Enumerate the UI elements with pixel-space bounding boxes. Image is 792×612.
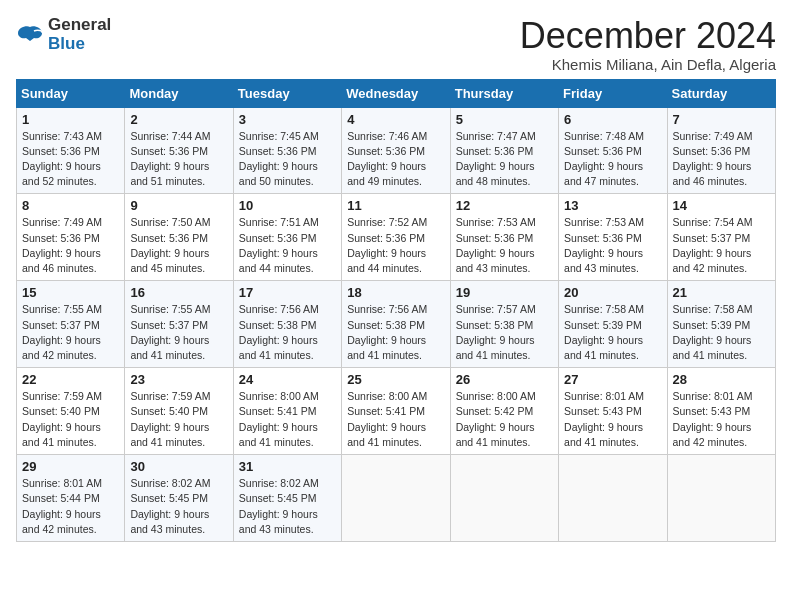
cell-text: Sunrise: 7:59 AMSunset: 5:40 PMDaylight:… xyxy=(22,390,102,448)
calendar-cell: 2 Sunrise: 7:44 AMSunset: 5:36 PMDayligh… xyxy=(125,107,233,194)
calendar-cell: 8 Sunrise: 7:49 AMSunset: 5:36 PMDayligh… xyxy=(17,194,125,281)
calendar-cell: 27 Sunrise: 8:01 AMSunset: 5:43 PMDaylig… xyxy=(559,368,667,455)
calendar-week-row: 1 Sunrise: 7:43 AMSunset: 5:36 PMDayligh… xyxy=(17,107,776,194)
calendar-cell: 15 Sunrise: 7:55 AMSunset: 5:37 PMDaylig… xyxy=(17,281,125,368)
day-number: 9 xyxy=(130,198,227,213)
day-number: 30 xyxy=(130,459,227,474)
calendar-cell: 16 Sunrise: 7:55 AMSunset: 5:37 PMDaylig… xyxy=(125,281,233,368)
logo: General Blue xyxy=(16,16,111,53)
day-number: 15 xyxy=(22,285,119,300)
cell-text: Sunrise: 7:46 AMSunset: 5:36 PMDaylight:… xyxy=(347,130,427,188)
calendar-cell: 9 Sunrise: 7:50 AMSunset: 5:36 PMDayligh… xyxy=(125,194,233,281)
weekday-header-thursday: Thursday xyxy=(450,79,558,107)
cell-text: Sunrise: 7:53 AMSunset: 5:36 PMDaylight:… xyxy=(564,216,644,274)
logo-text: General Blue xyxy=(48,16,111,53)
day-number: 10 xyxy=(239,198,336,213)
logo-bird-icon xyxy=(16,23,44,47)
calendar-cell xyxy=(667,455,775,542)
calendar-cell: 21 Sunrise: 7:58 AMSunset: 5:39 PMDaylig… xyxy=(667,281,775,368)
weekday-header-monday: Monday xyxy=(125,79,233,107)
calendar-cell: 5 Sunrise: 7:47 AMSunset: 5:36 PMDayligh… xyxy=(450,107,558,194)
day-number: 4 xyxy=(347,112,444,127)
cell-text: Sunrise: 7:47 AMSunset: 5:36 PMDaylight:… xyxy=(456,130,536,188)
calendar-cell: 10 Sunrise: 7:51 AMSunset: 5:36 PMDaylig… xyxy=(233,194,341,281)
calendar-cell: 6 Sunrise: 7:48 AMSunset: 5:36 PMDayligh… xyxy=(559,107,667,194)
weekday-header-tuesday: Tuesday xyxy=(233,79,341,107)
weekday-header-saturday: Saturday xyxy=(667,79,775,107)
day-number: 11 xyxy=(347,198,444,213)
page-header: General Blue December 2024 Khemis Milian… xyxy=(16,16,776,73)
page-subtitle: Khemis Miliana, Ain Defla, Algeria xyxy=(520,56,776,73)
calendar-header-row: SundayMondayTuesdayWednesdayThursdayFrid… xyxy=(17,79,776,107)
cell-text: Sunrise: 8:02 AMSunset: 5:45 PMDaylight:… xyxy=(239,477,319,535)
day-number: 8 xyxy=(22,198,119,213)
day-number: 6 xyxy=(564,112,661,127)
day-number: 26 xyxy=(456,372,553,387)
day-number: 21 xyxy=(673,285,770,300)
cell-text: Sunrise: 8:01 AMSunset: 5:43 PMDaylight:… xyxy=(673,390,753,448)
cell-text: Sunrise: 7:56 AMSunset: 5:38 PMDaylight:… xyxy=(239,303,319,361)
day-number: 7 xyxy=(673,112,770,127)
calendar-table: SundayMondayTuesdayWednesdayThursdayFrid… xyxy=(16,79,776,542)
day-number: 25 xyxy=(347,372,444,387)
calendar-cell: 29 Sunrise: 8:01 AMSunset: 5:44 PMDaylig… xyxy=(17,455,125,542)
calendar-cell: 22 Sunrise: 7:59 AMSunset: 5:40 PMDaylig… xyxy=(17,368,125,455)
day-number: 29 xyxy=(22,459,119,474)
calendar-cell: 25 Sunrise: 8:00 AMSunset: 5:41 PMDaylig… xyxy=(342,368,450,455)
day-number: 3 xyxy=(239,112,336,127)
day-number: 24 xyxy=(239,372,336,387)
day-number: 14 xyxy=(673,198,770,213)
cell-text: Sunrise: 7:55 AMSunset: 5:37 PMDaylight:… xyxy=(130,303,210,361)
cell-text: Sunrise: 7:57 AMSunset: 5:38 PMDaylight:… xyxy=(456,303,536,361)
cell-text: Sunrise: 8:00 AMSunset: 5:41 PMDaylight:… xyxy=(347,390,427,448)
calendar-cell: 18 Sunrise: 7:56 AMSunset: 5:38 PMDaylig… xyxy=(342,281,450,368)
cell-text: Sunrise: 7:59 AMSunset: 5:40 PMDaylight:… xyxy=(130,390,210,448)
calendar-cell: 13 Sunrise: 7:53 AMSunset: 5:36 PMDaylig… xyxy=(559,194,667,281)
calendar-week-row: 15 Sunrise: 7:55 AMSunset: 5:37 PMDaylig… xyxy=(17,281,776,368)
cell-text: Sunrise: 7:58 AMSunset: 5:39 PMDaylight:… xyxy=(673,303,753,361)
day-number: 12 xyxy=(456,198,553,213)
calendar-cell: 26 Sunrise: 8:00 AMSunset: 5:42 PMDaylig… xyxy=(450,368,558,455)
cell-text: Sunrise: 8:01 AMSunset: 5:43 PMDaylight:… xyxy=(564,390,644,448)
day-number: 5 xyxy=(456,112,553,127)
calendar-cell: 12 Sunrise: 7:53 AMSunset: 5:36 PMDaylig… xyxy=(450,194,558,281)
day-number: 13 xyxy=(564,198,661,213)
calendar-cell: 14 Sunrise: 7:54 AMSunset: 5:37 PMDaylig… xyxy=(667,194,775,281)
weekday-header-sunday: Sunday xyxy=(17,79,125,107)
cell-text: Sunrise: 7:50 AMSunset: 5:36 PMDaylight:… xyxy=(130,216,210,274)
calendar-cell: 11 Sunrise: 7:52 AMSunset: 5:36 PMDaylig… xyxy=(342,194,450,281)
calendar-cell: 30 Sunrise: 8:02 AMSunset: 5:45 PMDaylig… xyxy=(125,455,233,542)
calendar-cell: 19 Sunrise: 7:57 AMSunset: 5:38 PMDaylig… xyxy=(450,281,558,368)
cell-text: Sunrise: 7:54 AMSunset: 5:37 PMDaylight:… xyxy=(673,216,753,274)
weekday-header-friday: Friday xyxy=(559,79,667,107)
calendar-cell: 24 Sunrise: 8:00 AMSunset: 5:41 PMDaylig… xyxy=(233,368,341,455)
cell-text: Sunrise: 7:43 AMSunset: 5:36 PMDaylight:… xyxy=(22,130,102,188)
cell-text: Sunrise: 7:56 AMSunset: 5:38 PMDaylight:… xyxy=(347,303,427,361)
title-block: December 2024 Khemis Miliana, Ain Defla,… xyxy=(520,16,776,73)
calendar-cell: 28 Sunrise: 8:01 AMSunset: 5:43 PMDaylig… xyxy=(667,368,775,455)
day-number: 28 xyxy=(673,372,770,387)
calendar-cell xyxy=(450,455,558,542)
cell-text: Sunrise: 7:45 AMSunset: 5:36 PMDaylight:… xyxy=(239,130,319,188)
calendar-cell xyxy=(559,455,667,542)
cell-text: Sunrise: 8:00 AMSunset: 5:42 PMDaylight:… xyxy=(456,390,536,448)
calendar-cell: 31 Sunrise: 8:02 AMSunset: 5:45 PMDaylig… xyxy=(233,455,341,542)
day-number: 19 xyxy=(456,285,553,300)
cell-text: Sunrise: 8:01 AMSunset: 5:44 PMDaylight:… xyxy=(22,477,102,535)
calendar-cell xyxy=(342,455,450,542)
day-number: 20 xyxy=(564,285,661,300)
day-number: 22 xyxy=(22,372,119,387)
calendar-cell: 20 Sunrise: 7:58 AMSunset: 5:39 PMDaylig… xyxy=(559,281,667,368)
cell-text: Sunrise: 7:49 AMSunset: 5:36 PMDaylight:… xyxy=(22,216,102,274)
day-number: 23 xyxy=(130,372,227,387)
day-number: 2 xyxy=(130,112,227,127)
calendar-week-row: 8 Sunrise: 7:49 AMSunset: 5:36 PMDayligh… xyxy=(17,194,776,281)
weekday-header-wednesday: Wednesday xyxy=(342,79,450,107)
calendar-cell: 3 Sunrise: 7:45 AMSunset: 5:36 PMDayligh… xyxy=(233,107,341,194)
calendar-cell: 17 Sunrise: 7:56 AMSunset: 5:38 PMDaylig… xyxy=(233,281,341,368)
day-number: 1 xyxy=(22,112,119,127)
calendar-cell: 1 Sunrise: 7:43 AMSunset: 5:36 PMDayligh… xyxy=(17,107,125,194)
cell-text: Sunrise: 7:52 AMSunset: 5:36 PMDaylight:… xyxy=(347,216,427,274)
calendar-week-row: 29 Sunrise: 8:01 AMSunset: 5:44 PMDaylig… xyxy=(17,455,776,542)
cell-text: Sunrise: 7:48 AMSunset: 5:36 PMDaylight:… xyxy=(564,130,644,188)
